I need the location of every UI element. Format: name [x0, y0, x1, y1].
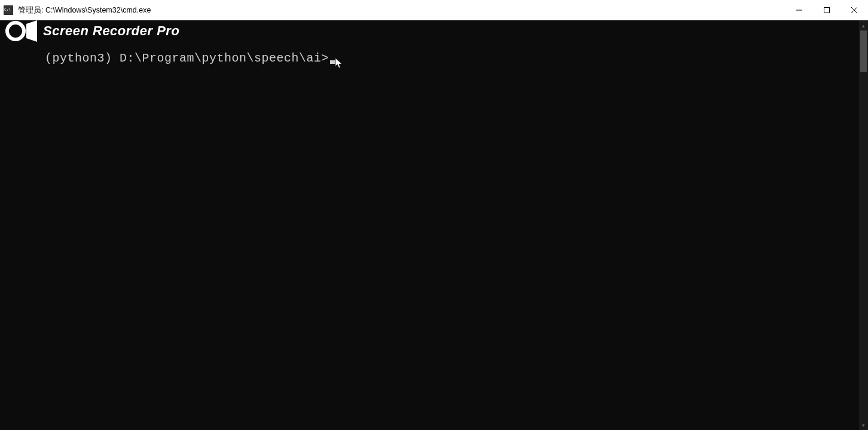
recorder-watermark-text: Screen Recorder Pro [43, 24, 179, 38]
maximize-button[interactable] [813, 0, 841, 20]
prompt-text: (python3) D:\Program\python\speech\ai> [45, 51, 329, 65]
scrollbar-thumb[interactable] [860, 30, 867, 72]
title-prefix: 管理员: [18, 6, 45, 14]
title-path: C:\Windows\System32\cmd.exe [45, 6, 151, 14]
scroll-down-arrow-icon[interactable]: ▾ [859, 420, 868, 430]
terminal-wrapper: Screen Recorder Pro (python3) D:\Program… [0, 20, 868, 430]
scroll-up-arrow-icon[interactable]: ▴ [859, 20, 868, 30]
minimize-icon [796, 7, 803, 14]
close-button[interactable] [841, 0, 868, 20]
window-titlebar: 管理员: C:\Windows\System32\cmd.exe [0, 0, 868, 20]
minimize-button[interactable] [786, 0, 813, 20]
terminal-output[interactable]: Screen Recorder Pro (python3) D:\Program… [0, 20, 859, 430]
text-cursor [330, 60, 336, 64]
window-title: 管理员: C:\Windows\System32\cmd.exe [18, 5, 151, 16]
titlebar-left: 管理员: C:\Windows\System32\cmd.exe [0, 5, 151, 16]
window-controls [786, 0, 868, 20]
prompt-line: (python3) D:\Program\python\speech\ai> [0, 37, 336, 80]
vertical-scrollbar[interactable]: ▴ ▾ [859, 20, 868, 430]
cmd-icon [4, 5, 13, 15]
svg-rect-1 [824, 8, 830, 13]
mouse-cursor-icon [335, 57, 343, 73]
maximize-icon [823, 7, 830, 14]
close-icon [851, 7, 858, 14]
